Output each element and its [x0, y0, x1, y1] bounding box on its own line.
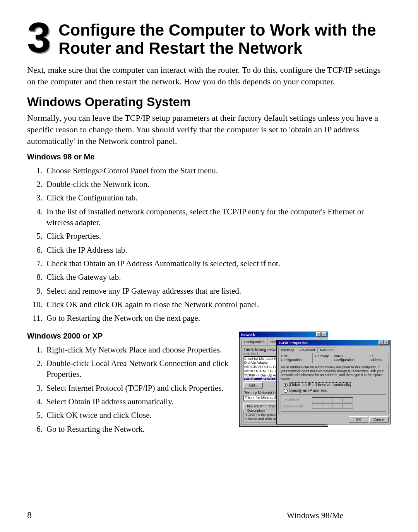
- steps-win98: Choose Settings>Control Panel from the S…: [27, 165, 391, 324]
- mask-field: [312, 404, 353, 409]
- tcpip-blurb: An IP address can be automatically assig…: [281, 365, 386, 381]
- radio-icon: [284, 389, 288, 393]
- close-icon[interactable]: ×: [322, 332, 326, 337]
- list-item: Select Obtain IP address automatically.: [27, 396, 234, 407]
- radio-specify[interactable]: Specify an IP address:: [284, 388, 386, 393]
- add-button[interactable]: Add...: [243, 382, 263, 388]
- section-heading-windows: Windows Operating System: [27, 95, 391, 109]
- cancel-button[interactable]: Cancel: [369, 416, 389, 423]
- list-item: Choose Settings>Control Panel from the S…: [27, 165, 391, 176]
- list-item: Click OK twice and click Close.: [27, 410, 234, 421]
- list-item: Double-click Local Area Network Connecti…: [27, 358, 234, 380]
- ok-button[interactable]: OK: [349, 416, 368, 423]
- list-item: Go to Restarting the Network on the next…: [27, 313, 391, 323]
- subheading-win98: Windows 98 or Me: [27, 152, 391, 161]
- list-item: Click Properties.: [27, 231, 391, 241]
- tab-configuration[interactable]: Configuration: [241, 339, 267, 345]
- tab-ip-address[interactable]: IP Address: [367, 353, 389, 363]
- list-item: Click the Configuration tab.: [27, 192, 391, 203]
- page-footer: 8 Windows 98/Me: [27, 510, 391, 520]
- list-item: Select Internet Protocol (TCP/IP) and cl…: [27, 383, 234, 393]
- steps-winxp: Right-click My Network Place and choose …: [27, 344, 234, 434]
- list-item: Go to Restarting the Network.: [27, 424, 234, 434]
- window-controls: ? ×: [379, 340, 389, 345]
- tab-gateway[interactable]: Gateway: [312, 353, 332, 363]
- mask-label: Subnet Mask:: [283, 404, 310, 408]
- tab-netbios[interactable]: NetBIOS: [317, 347, 337, 353]
- list-item: Select and remove any IP Gateway address…: [27, 286, 391, 296]
- step-number: 3: [27, 19, 51, 56]
- radio-label: Specify an IP address:: [289, 388, 328, 393]
- help-icon[interactable]: ?: [316, 332, 321, 337]
- page-title: Configure the Computer to Work with the …: [58, 19, 391, 57]
- list-item: Click OK and click OK again to close the…: [27, 299, 391, 310]
- help-icon[interactable]: ?: [379, 340, 383, 345]
- tab-bindings[interactable]: Bindings: [278, 347, 297, 353]
- section-intro: Normally, you can leave the TCP/IP setup…: [27, 112, 391, 147]
- titlebar-text: Network: [241, 332, 255, 337]
- close-icon[interactable]: ×: [384, 340, 389, 345]
- specify-group: IP Address: Subnet Mask:: [281, 394, 386, 412]
- list-item: Click the IP Address tab.: [27, 245, 391, 255]
- description-title: Description: [246, 409, 266, 412]
- figure-caption: Windows 98/Me: [239, 510, 391, 520]
- list-item: Click the Gateway tab.: [27, 272, 391, 282]
- list-item: Check that Obtain an IP Address Automati…: [27, 258, 391, 269]
- list-item: In the list of installed network compone…: [27, 206, 391, 228]
- ip-label: IP Address:: [283, 398, 310, 402]
- list-item: Double-click the Network icon.: [27, 179, 391, 190]
- intro-text: Next, make sure that the computer can in…: [27, 64, 391, 87]
- titlebar-text: TCP/IP Properties: [278, 340, 308, 346]
- titlebar-tcpip: TCP/IP Properties ? ×: [277, 340, 390, 346]
- list-item: Right-click My Network Place and choose …: [27, 344, 234, 355]
- subheading-winxp: Windows 2000 or XP: [27, 332, 234, 340]
- tab-advanced[interactable]: Advanced: [297, 347, 318, 353]
- page-number: 8: [27, 510, 32, 520]
- step-header: 3 Configure the Computer to Work with th…: [27, 19, 391, 57]
- tab-dns[interactable]: DNS Configuration: [278, 353, 313, 363]
- tab-wins[interactable]: WINS Configuration: [331, 353, 367, 363]
- window-controls: ? ×: [316, 332, 326, 337]
- radio-label: Obtain an IP address automatically: [289, 382, 351, 387]
- radio-icon: [284, 383, 288, 387]
- screenshot-figure: Network ? × Configuration Identification…: [239, 332, 391, 436]
- titlebar-network: Network ? ×: [240, 332, 328, 337]
- radio-obtain-auto[interactable]: Obtain an IP address automatically: [284, 382, 386, 387]
- tabstrip-tcpip-row2: Bindings Advanced NetBIOS: [278, 347, 389, 353]
- tabstrip-tcpip-row1: DNS Configuration Gateway WINS Configura…: [278, 353, 389, 363]
- ip-field: [312, 397, 353, 402]
- dialog-tcpip: TCP/IP Properties ? × Bindings Advanced …: [276, 340, 391, 424]
